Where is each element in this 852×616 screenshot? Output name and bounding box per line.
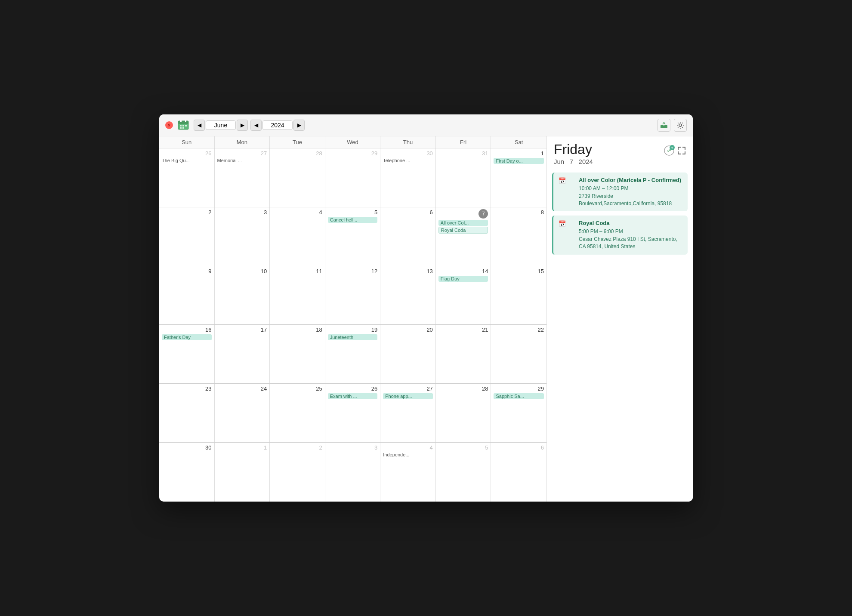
calendar-cell-0-5[interactable]: 31 bbox=[436, 148, 491, 207]
cell-date: 5 bbox=[328, 209, 378, 216]
right-panel: Friday Jun 7 2024 bbox=[546, 136, 693, 502]
calendar-dot-icon: 📅 bbox=[559, 220, 566, 227]
calendar-cell-1-2[interactable]: 4 bbox=[270, 207, 325, 266]
calendar-cell-0-4[interactable]: 30Telephone ... bbox=[380, 148, 436, 207]
calendar-cell-5-2[interactable]: 2 bbox=[270, 443, 325, 502]
next-month-button[interactable]: ▶ bbox=[237, 120, 248, 131]
calendar-row-0: 26The Big Qu...27Memorial ...282930Telep… bbox=[159, 148, 546, 207]
event-chip[interactable]: Royal Coda bbox=[438, 227, 488, 234]
svg-rect-9 bbox=[661, 125, 667, 128]
cell-date: 27 bbox=[217, 150, 267, 157]
calendar-cell-3-0[interactable]: 16Father's Day bbox=[159, 325, 215, 383]
calendar-cell-4-0[interactable]: 23 bbox=[159, 384, 215, 442]
calendar-grid: 26The Big Qu...27Memorial ...282930Telep… bbox=[159, 148, 546, 502]
event-chip[interactable]: Flag Day bbox=[438, 276, 488, 282]
cell-date: 11 bbox=[272, 268, 322, 274]
calendar-cell-1-3[interactable]: 5Cancel hell... bbox=[325, 207, 381, 266]
panel-header: Friday Jun 7 2024 bbox=[547, 136, 693, 168]
calendar-cell-4-1[interactable]: 24 bbox=[215, 384, 270, 442]
export-button[interactable] bbox=[658, 119, 670, 132]
calendar-cell-2-6[interactable]: 15 bbox=[491, 266, 546, 325]
prev-month-button[interactable]: ◀ bbox=[194, 120, 205, 131]
toolbar: × ◀ June ▶ ◀ 2024 bbox=[159, 114, 693, 136]
expand-button[interactable] bbox=[677, 146, 686, 157]
next-year-button[interactable]: ▶ bbox=[293, 120, 305, 131]
calendar-cell-2-2[interactable]: 11 bbox=[270, 266, 325, 325]
event-chip[interactable]: Juneteenth bbox=[328, 334, 378, 340]
cell-date: 3 bbox=[328, 444, 378, 451]
event-chip[interactable]: All over Col... bbox=[438, 220, 488, 226]
calendar-cell-5-5[interactable]: 5 bbox=[436, 443, 491, 502]
cell-date: 23 bbox=[162, 385, 212, 392]
calendar-cell-2-1[interactable]: 10 bbox=[215, 266, 270, 325]
event-chip[interactable]: Exam with ... bbox=[328, 393, 378, 399]
event-title: Royal Coda bbox=[579, 220, 682, 227]
event-chip[interactable]: Independe... bbox=[383, 452, 433, 457]
calendar-cell-0-3[interactable]: 29 bbox=[325, 148, 381, 207]
month-label: June bbox=[206, 120, 236, 130]
event-chip[interactable]: Father's Day bbox=[162, 334, 212, 340]
event-chip[interactable]: First Day o... bbox=[494, 158, 544, 164]
header-sat: Sat bbox=[491, 136, 546, 148]
calendar-cell-5-6[interactable]: 6 bbox=[491, 443, 546, 502]
main-content: Sun Mon Tue Wed Thu Fri Sat 26The Big Qu… bbox=[159, 136, 693, 502]
calendar-cell-3-4[interactable]: 20 bbox=[380, 325, 436, 383]
calendar-cell-1-5[interactable]: 7All over Col...Royal Coda bbox=[436, 207, 491, 266]
calendar-cell-0-0[interactable]: 26The Big Qu... bbox=[159, 148, 215, 207]
calendar-cell-1-1[interactable]: 3 bbox=[215, 207, 270, 266]
calendar-cell-3-6[interactable]: 22 bbox=[491, 325, 546, 383]
calendar-cell-5-1[interactable]: 1 bbox=[215, 443, 270, 502]
calendar-cell-5-4[interactable]: 4Independe... bbox=[380, 443, 436, 502]
close-button[interactable]: × bbox=[165, 121, 173, 129]
calendar-cell-2-4[interactable]: 13 bbox=[380, 266, 436, 325]
calendar-cell-5-3[interactable]: 3 bbox=[325, 443, 381, 502]
panel-icons: + bbox=[664, 145, 686, 158]
calendar-cell-5-0[interactable]: 30 bbox=[159, 443, 215, 502]
cell-date: 27 bbox=[383, 385, 433, 392]
calendar-cell-2-0[interactable]: 9 bbox=[159, 266, 215, 325]
event-chip[interactable]: Memorial ... bbox=[217, 158, 267, 163]
calendar-cell-1-0[interactable]: 2 bbox=[159, 207, 215, 266]
calendar-row-2: 91011121314Flag Day15 bbox=[159, 266, 546, 325]
svg-rect-7 bbox=[180, 127, 182, 129]
event-chip[interactable]: Cancel hell... bbox=[328, 217, 378, 223]
calendar-cell-0-1[interactable]: 27Memorial ... bbox=[215, 148, 270, 207]
cell-date: 30 bbox=[383, 150, 433, 157]
calendar-cell-2-3[interactable]: 12 bbox=[325, 266, 381, 325]
settings-button[interactable] bbox=[674, 119, 687, 132]
calendar-cell-3-3[interactable]: 19Juneteenth bbox=[325, 325, 381, 383]
event-chip[interactable]: Sapphic Sa... bbox=[494, 393, 544, 399]
cell-date: 14 bbox=[438, 268, 488, 274]
panel-year: 2024 bbox=[579, 158, 593, 165]
calendar-cell-2-5[interactable]: 14Flag Day bbox=[436, 266, 491, 325]
event-chip[interactable]: Telephone ... bbox=[383, 158, 433, 163]
calendar-row-4: 23242526Exam with ...27Phone app...2829S… bbox=[159, 384, 546, 443]
calendar-cell-4-6[interactable]: 29Sapphic Sa... bbox=[491, 384, 546, 442]
calendar-cell-3-2[interactable]: 18 bbox=[270, 325, 325, 383]
header-tue: Tue bbox=[270, 136, 325, 148]
calendar-cell-4-4[interactable]: 27Phone app... bbox=[380, 384, 436, 442]
event-chip[interactable]: Phone app... bbox=[383, 393, 433, 399]
add-calendar-button[interactable]: + bbox=[664, 145, 675, 158]
cell-date: 26 bbox=[328, 385, 378, 392]
calendar-cell-1-4[interactable]: 6 bbox=[380, 207, 436, 266]
cell-date: 28 bbox=[272, 150, 322, 157]
event-card-0[interactable]: 📅All over Color (Maricela P - Confirmed)… bbox=[552, 172, 688, 211]
prev-year-button[interactable]: ◀ bbox=[250, 120, 262, 131]
calendar-cell-4-5[interactable]: 28 bbox=[436, 384, 491, 442]
header-sun: Sun bbox=[159, 136, 215, 148]
event-card-1[interactable]: 📅Royal Coda5:00 PM – 9:00 PMCesar Chavez… bbox=[552, 216, 688, 254]
cell-date: 1 bbox=[217, 444, 267, 451]
svg-rect-4 bbox=[180, 125, 182, 126]
calendar-cell-3-1[interactable]: 17 bbox=[215, 325, 270, 383]
calendar-cell-0-2[interactable]: 28 bbox=[270, 148, 325, 207]
year-label: 2024 bbox=[262, 120, 293, 130]
calendar-cell-1-6[interactable]: 8 bbox=[491, 207, 546, 266]
calendar-cell-4-3[interactable]: 26Exam with ... bbox=[325, 384, 381, 442]
event-time: 10:00 AM – 12:00 PM bbox=[579, 185, 682, 191]
calendar-cell-3-5[interactable]: 21 bbox=[436, 325, 491, 383]
calendar-cell-0-6[interactable]: 1First Day o... bbox=[491, 148, 546, 207]
calendar-cell-4-2[interactable]: 25 bbox=[270, 384, 325, 442]
event-chip[interactable]: The Big Qu... bbox=[162, 158, 212, 163]
cell-date: 17 bbox=[217, 326, 267, 333]
